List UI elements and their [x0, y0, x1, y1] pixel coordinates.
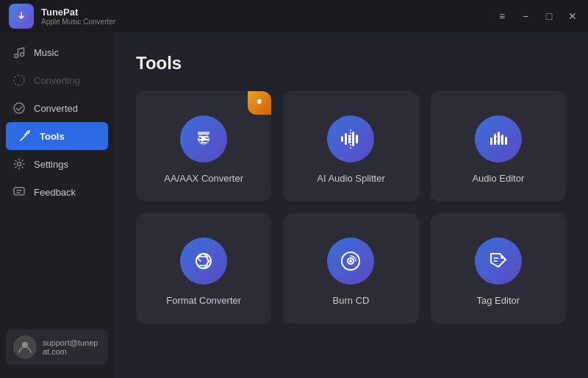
- tool-card-tag-editor[interactable]: Tag Editor: [431, 213, 566, 324]
- sidebar-item-converting: Converting: [0, 66, 114, 94]
- app-name: TunePat: [41, 7, 115, 18]
- converted-icon: [12, 101, 26, 115]
- sidebar-label-converting: Converting: [34, 75, 80, 86]
- svg-point-6: [18, 163, 21, 166]
- tools-grid: AA/AAX Converter AI Audio Splitter Audio…: [136, 91, 566, 324]
- avatar: [13, 335, 37, 359]
- main-layout: Music Converting Converted Tools Setting…: [0, 32, 588, 378]
- tool-card-audio-editor[interactable]: Audio Editor: [431, 91, 566, 202]
- svg-rect-17: [490, 138, 492, 145]
- user-email: support@tunepat.com: [43, 338, 101, 356]
- tag-editor-label: Tag Editor: [477, 295, 520, 306]
- burn-cd-label: Burn CD: [333, 295, 370, 306]
- audio-editor-icon-wrap: [475, 115, 522, 163]
- aa-aax-converter-label: AA/AAX Converter: [164, 173, 243, 184]
- svg-rect-19: [498, 132, 500, 145]
- format-converter-label: Format Converter: [166, 295, 241, 306]
- svg-point-26: [501, 256, 503, 259]
- svg-rect-7: [14, 188, 24, 195]
- sidebar-label-music: Music: [34, 47, 59, 58]
- tool-card-format-converter[interactable]: Format Converter: [136, 213, 271, 324]
- titlebar-controls: ≡ − □ ✕: [495, 10, 579, 23]
- ai-audio-splitter-icon-wrap: [327, 115, 374, 163]
- tag-editor-icon-wrap: [475, 238, 522, 285]
- tools-icon: [18, 129, 32, 143]
- page-title: Tools: [136, 53, 566, 74]
- sidebar-item-tools[interactable]: Tools: [6, 122, 108, 150]
- app-logo: [9, 4, 34, 29]
- maximize-button[interactable]: □: [542, 10, 556, 23]
- sidebar-label-settings: Settings: [34, 159, 68, 170]
- music-icon: [12, 46, 26, 59]
- svg-rect-21: [505, 137, 507, 145]
- burn-cd-icon-wrap: [327, 238, 374, 285]
- app-title-block: TunePat Apple Music Converter: [41, 7, 115, 26]
- converting-icon: [12, 74, 26, 87]
- sidebar-item-converted[interactable]: Converted: [0, 94, 114, 122]
- sidebar-item-music[interactable]: Music: [0, 38, 114, 66]
- menu-icon[interactable]: ≡: [495, 10, 509, 23]
- settings-icon: [12, 157, 26, 171]
- tool-card-aa-aax-converter[interactable]: AA/AAX Converter: [136, 91, 271, 202]
- aa-aax-converter-icon-wrap: [180, 115, 227, 163]
- tool-card-ai-audio-splitter[interactable]: AI Audio Splitter: [283, 91, 418, 202]
- format-converter-icon-wrap: [180, 238, 227, 285]
- tool-card-burn-cd[interactable]: Burn CD: [283, 213, 418, 324]
- ai-audio-splitter-label: AI Audio Splitter: [317, 173, 385, 184]
- sidebar-item-settings[interactable]: Settings: [0, 150, 114, 178]
- user-profile[interactable]: support@tunepat.com: [6, 329, 108, 365]
- app-identity: TunePat Apple Music Converter: [9, 4, 115, 29]
- new-badge: [248, 91, 271, 115]
- sidebar-label-converted: Converted: [34, 103, 78, 114]
- svg-rect-14: [352, 132, 354, 146]
- content-area: Tools AA/AAX Converter AI Audio Splitter…: [114, 32, 588, 378]
- svg-point-5: [14, 103, 24, 113]
- sidebar-item-feedback[interactable]: Feedback: [0, 178, 114, 206]
- svg-rect-11: [341, 136, 343, 142]
- svg-point-4: [14, 75, 24, 85]
- svg-rect-12: [345, 133, 347, 145]
- titlebar: TunePat Apple Music Converter ≡ − □ ✕: [0, 0, 588, 32]
- minimize-button[interactable]: −: [519, 10, 532, 23]
- feedback-icon: [12, 185, 26, 199]
- svg-point-25: [349, 260, 352, 263]
- app-subtitle: Apple Music Converter: [41, 18, 115, 26]
- svg-rect-15: [356, 135, 358, 143]
- sidebar: Music Converting Converted Tools Setting…: [0, 32, 114, 378]
- close-button[interactable]: ✕: [566, 10, 579, 23]
- sidebar-label-tools: Tools: [40, 131, 65, 142]
- sidebar-bottom: support@tunepat.com: [0, 322, 114, 372]
- sidebar-label-feedback: Feedback: [34, 187, 76, 198]
- audio-editor-label: Audio Editor: [472, 173, 524, 184]
